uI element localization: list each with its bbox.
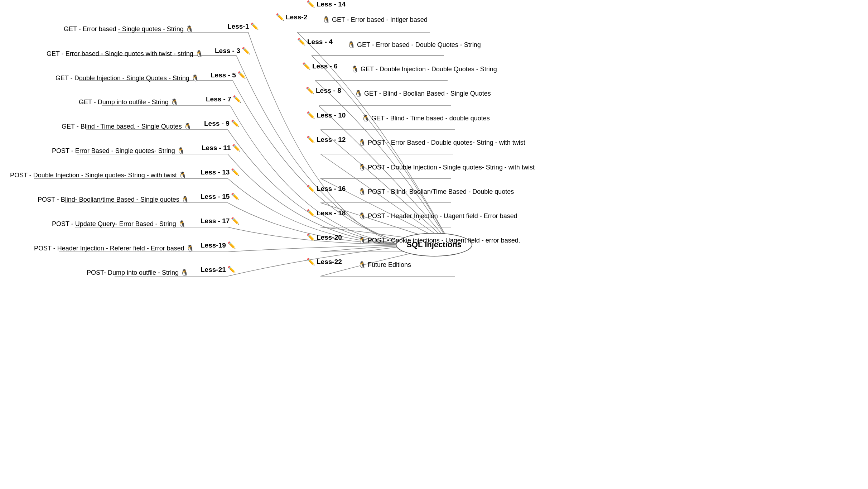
- tux-r8: 🐧: [355, 90, 362, 97]
- tux-r10: 🐧: [362, 115, 370, 122]
- branch-less13-label: Less - 13: [201, 168, 230, 176]
- pen-icon-l3: ✏️: [242, 47, 250, 55]
- tux-r22: 🐧: [358, 261, 366, 268]
- branch-less5-label: Less - 5: [211, 71, 236, 79]
- branch-less10[interactable]: ✏️ Less - 10: [307, 111, 346, 119]
- branch-less8[interactable]: ✏️ Less - 8: [306, 86, 341, 95]
- desc-less7[interactable]: GET - Dump into outfile - String 🐧: [79, 98, 178, 106]
- pen-icon-l9: ✏️: [231, 119, 240, 128]
- branch-less6[interactable]: ✏️ Less - 6: [302, 62, 338, 70]
- desc-less10[interactable]: 🐧 GET - Blind - Time based - double quot…: [362, 114, 490, 122]
- desc-less5[interactable]: GET - Double Injection - Single Quotes -…: [56, 74, 199, 82]
- pen-icon-l19: ✏️: [227, 241, 236, 249]
- desc-less11[interactable]: POST - Error Based - Single quotes- Stri…: [52, 147, 185, 155]
- desc-less21[interactable]: POST- Dump into outfile - String 🐧: [87, 269, 188, 277]
- desc-less14[interactable]: 🐧 POST - Double Injection - Single quote…: [358, 163, 535, 171]
- branch-less3-label: Less - 3: [215, 47, 240, 55]
- branch-less20[interactable]: ✏️ Less-20: [307, 233, 342, 241]
- desc-less8[interactable]: 🐧 GET - Blind - Boolian Based - Single Q…: [355, 90, 491, 97]
- desc-less17[interactable]: POST - Update Query- Error Based - Strin…: [52, 220, 186, 228]
- branch-less11-label: Less - 11: [202, 144, 231, 152]
- pen-icon-r20: ✏️: [307, 233, 315, 241]
- branch-less22[interactable]: ✏️ Less-22: [307, 258, 342, 266]
- desc-less1[interactable]: GET - Error based - Single quotes - Stri…: [64, 25, 193, 33]
- branch-less21[interactable]: Less-21 ✏️: [201, 265, 236, 274]
- branch-less10-label: Less - 10: [317, 111, 346, 119]
- desc-less22[interactable]: 🐧 Future Editions: [358, 261, 411, 269]
- tux-l13: 🐧: [179, 172, 187, 179]
- pen-icon-l21: ✏️: [227, 265, 236, 274]
- branch-less14[interactable]: ✏️ Less - 14: [307, 0, 346, 8]
- desc-less6[interactable]: 🐧 GET - Double Injection - Double Quotes…: [351, 65, 497, 73]
- desc-less19[interactable]: POST - Header Injection - Referer field …: [34, 244, 194, 252]
- branch-less18[interactable]: ✏️ Less - 18: [307, 209, 346, 217]
- pen-icon-l17: ✏️: [231, 217, 240, 225]
- desc-less15[interactable]: POST - Blind- Boolian/time Based - Singl…: [38, 196, 189, 203]
- pen-icon-l1: ✏️: [250, 22, 259, 30]
- branch-less5[interactable]: Less - 5 ✏️: [211, 71, 246, 79]
- tux-l1: 🐧: [185, 25, 193, 33]
- pen-icon-r6: ✏️: [302, 62, 311, 70]
- tux-l21: 🐧: [180, 269, 188, 276]
- branch-less15-label: Less - 15: [201, 193, 230, 201]
- desc-less9[interactable]: GET - Blind - Time based. - Single Quote…: [62, 123, 192, 130]
- tux-r14: 🐧: [358, 164, 366, 171]
- desc-less13[interactable]: POST - Double Injection - Single quotes-…: [10, 171, 187, 179]
- branch-less1-label: Less-1: [227, 23, 249, 30]
- pen-icon-r12: ✏️: [307, 135, 315, 144]
- pen-icon-r14: ✏️: [307, 0, 315, 8]
- tux-l5: 🐧: [191, 75, 199, 82]
- pen-icon-l7: ✏️: [233, 95, 241, 103]
- branch-less7-label: Less - 7: [206, 95, 231, 103]
- pen-icon-r8: ✏️: [306, 86, 314, 95]
- branch-less6-label: Less - 6: [312, 62, 338, 70]
- desc-less18[interactable]: 🐧 POST - Header Injection - Uagent field…: [358, 212, 517, 220]
- pen-icon-r22: ✏️: [307, 258, 315, 266]
- branch-less2-label: Less-2: [286, 13, 307, 21]
- tux-r6: 🐧: [351, 66, 359, 73]
- tux-r12: 🐧: [358, 139, 366, 146]
- branch-less19[interactable]: Less-19 ✏️: [201, 241, 236, 249]
- tux-r20: 🐧: [358, 237, 366, 244]
- branch-less4[interactable]: ✏️ Less - 4: [297, 38, 333, 46]
- pen-icon-r4: ✏️: [297, 38, 306, 46]
- desc-less12[interactable]: 🐧 POST - Error Based - Double quotes- St…: [358, 139, 525, 147]
- branch-less12-label: Less - 12: [317, 136, 346, 144]
- branch-less2[interactable]: ✏️ Less-2: [276, 13, 307, 21]
- tux-l9: 🐧: [184, 123, 192, 130]
- tux-r2: 🐧: [322, 16, 330, 23]
- branch-less19-label: Less-19: [201, 241, 226, 249]
- pen-icon-r10: ✏️: [307, 111, 315, 119]
- branch-less8-label: Less - 8: [316, 87, 341, 95]
- branch-less16-label: Less - 16: [317, 185, 346, 193]
- branch-less3[interactable]: Less - 3 ✏️: [215, 47, 250, 55]
- desc-less2[interactable]: 🐧 GET - Error based - Intiger based: [322, 16, 428, 24]
- pen-icon-l13: ✏️: [231, 168, 240, 176]
- branch-less4-label: Less - 4: [307, 38, 333, 46]
- branch-less17[interactable]: Less - 17 ✏️: [201, 217, 240, 225]
- tux-l19: 🐧: [186, 245, 194, 252]
- branch-less12[interactable]: ✏️ Less - 12: [307, 135, 346, 144]
- branch-less9-label: Less - 9: [204, 120, 230, 128]
- desc-less16[interactable]: 🐧 POST - Blind- Boolian/Time Based - Dou…: [358, 188, 514, 196]
- branch-less15[interactable]: Less - 15 ✏️: [201, 192, 240, 201]
- branch-less22-label: Less-22: [317, 258, 342, 266]
- branch-less20-label: Less-20: [317, 234, 342, 241]
- tux-r18: 🐧: [358, 212, 366, 220]
- pen-icon-l15: ✏️: [231, 192, 240, 201]
- tux-l7: 🐧: [170, 99, 178, 106]
- tux-r16: 🐧: [358, 188, 366, 195]
- desc-less3[interactable]: GET - Error based - Single quotes with t…: [47, 50, 203, 58]
- branch-less13[interactable]: Less - 13 ✏️: [201, 168, 240, 176]
- pen-icon-l11: ✏️: [232, 144, 241, 152]
- desc-less20[interactable]: 🐧 POST - Cookie injections - Uagent fiel…: [358, 236, 520, 244]
- branch-less9[interactable]: Less - 9 ✏️: [204, 119, 240, 128]
- desc-less4[interactable]: 🐧 GET - Error based - Double Quotes - St…: [347, 41, 481, 49]
- branch-less7[interactable]: Less - 7 ✏️: [206, 95, 241, 103]
- branch-less11[interactable]: Less - 11 ✏️: [202, 144, 241, 152]
- tux-r4: 🐧: [347, 41, 355, 48]
- branch-less16[interactable]: ✏️ Less - 16: [307, 184, 346, 193]
- tux-l3: 🐧: [195, 50, 203, 57]
- branch-less1[interactable]: Less-1 ✏️: [227, 22, 259, 30]
- tux-l15: 🐧: [181, 196, 189, 203]
